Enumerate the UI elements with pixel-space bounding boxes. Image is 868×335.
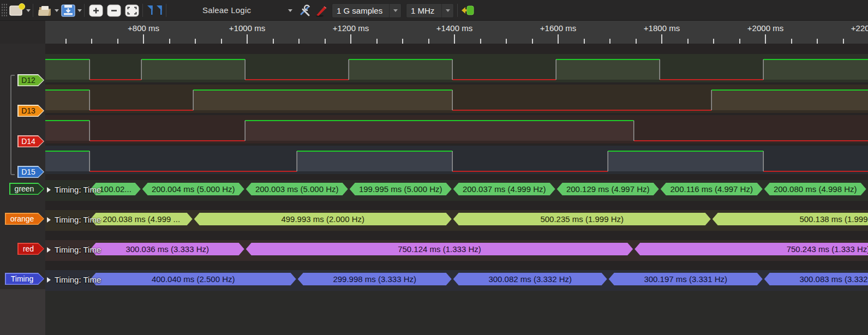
channel-row-D12[interactable] <box>45 54 868 82</box>
ruler-label: +1800 ms <box>644 23 680 33</box>
ruler-label: +1200 ms <box>333 23 369 33</box>
waveform-D13[interactable] <box>45 85 868 113</box>
channel-tag-D13[interactable]: D13 <box>17 105 44 117</box>
analyzer-row-Timing[interactable]: 400.040 ms (2.500 Hz)299.998 ms (3.333 H… <box>45 270 868 291</box>
toolbar-separator <box>142 4 143 17</box>
ruler-minor-tick <box>480 39 481 44</box>
timing-annotation[interactable]: 200.116 ms (4.997 Hz) <box>661 183 763 195</box>
waveform-track-area[interactable]: 100.02...200.004 ms (5.000 Hz)200.003 ms… <box>45 44 868 335</box>
ruler-major-tick <box>558 34 559 44</box>
ruler-major-tick <box>454 34 455 44</box>
timing-marker-flag-icon[interactable] <box>155 4 163 17</box>
timing-annotation[interactable]: 100.02... <box>91 183 141 195</box>
ruler-minor-tick <box>428 39 429 44</box>
title-dropdown-caret[interactable] <box>288 9 292 12</box>
timing-annotation[interactable]: 300.082 ms (3.332 Hz) <box>453 273 607 285</box>
sample-rate-caret <box>441 4 453 17</box>
analyzer-tag-red[interactable]: red <box>17 243 44 255</box>
ruler-label: +2000 ms <box>747 23 783 33</box>
timing-annotation[interactable]: 200.080 ms (4.998 Hz) <box>764 183 866 195</box>
ruler-label: +1400 ms <box>436 23 472 33</box>
ruler-minor-tick <box>791 39 792 44</box>
ruler-major-tick <box>247 34 248 44</box>
analyzer-tag-green-label: green <box>10 184 44 194</box>
new-capture-icon[interactable] <box>9 3 25 18</box>
timing-annotation[interactable]: 200.037 ms (4.999 Hz) <box>453 183 555 195</box>
analyzer-tag-Timing[interactable]: Timing <box>5 273 44 285</box>
channel-tag-D15[interactable]: D15 <box>17 166 44 178</box>
analyzer-row-green[interactable]: 100.02...200.004 ms (5.000 Hz)200.003 ms… <box>45 180 868 201</box>
toolbar-separator <box>166 4 166 17</box>
timing-annotation[interactable]: 200.004 ms (5.000 Hz) <box>142 183 244 195</box>
ruler-major-tick <box>350 34 351 44</box>
channel-tag-D12[interactable]: D12 <box>17 74 44 86</box>
timing-annotation[interactable]: 300.036 ms (3.333 Hz) <box>91 243 244 255</box>
analyzer-row-red[interactable]: 300.036 ms (3.333 Hz)750.124 ms (1.333 H… <box>45 240 868 261</box>
timing-annotation[interactable]: 300.197 ms (3.331 Hz) <box>609 273 763 285</box>
options-tools-icon[interactable] <box>297 3 313 18</box>
ruler-major-tick <box>765 34 766 44</box>
ruler-minor-tick <box>584 39 585 44</box>
ruler-minor-tick <box>739 39 740 44</box>
timing-annotation[interactable]: 299.998 ms (3.333 Hz) <box>298 273 452 285</box>
ruler-corner <box>0 21 45 44</box>
toolbar-separator <box>84 4 85 17</box>
ruler-major-tick <box>143 34 144 44</box>
sample-count-dropdown[interactable]: 1 G samples <box>332 3 402 18</box>
ruler-label: +800 ms <box>128 23 159 33</box>
timing-annotation[interactable]: 199.995 ms (5.000 Hz) <box>350 183 452 195</box>
sample-rate-value: 1 MHz <box>406 6 441 15</box>
timing-annotation[interactable]: 500.138 ms (1.999 Hz) <box>713 213 868 225</box>
analyzer-tag-green[interactable]: green <box>9 183 44 195</box>
timing-annotation[interactable]: 499.993 ms (2.000 Hz) <box>194 213 452 225</box>
expand-arrow-icon[interactable] <box>47 217 51 223</box>
save-dropdown-caret[interactable] <box>77 9 82 12</box>
timing-annotation[interactable]: 300.083 ms (3.332 Hz) <box>764 273 868 285</box>
ruler-major-tick <box>661 34 662 44</box>
probe-tool-icon[interactable] <box>315 4 329 18</box>
analyzer-tag-red-label: red <box>19 244 44 254</box>
analyzer-tag-orange[interactable]: orange <box>5 213 44 225</box>
timing-annotation[interactable]: 750.243 ms (1.333 Hz) <box>634 243 868 255</box>
toolbar-grip-handle[interactable] <box>1 3 8 17</box>
timeline-ruler[interactable]: +800 ms+1000 ms+1200 ms+1400 ms+1600 ms+… <box>45 21 868 44</box>
expand-arrow-icon[interactable] <box>47 277 51 283</box>
analyzer-row-orange[interactable]: 200.038 ms (4.999 ...499.993 ms (2.000 H… <box>45 210 868 231</box>
new-capture-dropdown-caret[interactable] <box>26 9 31 12</box>
zoom-in-button[interactable] <box>89 4 103 17</box>
toolbar: Saleae Logic 1 G samples 1 MHz <box>0 0 868 21</box>
timing-marker-flag-icon[interactable] <box>146 4 154 17</box>
timing-annotation[interactable]: 400.040 ms (2.500 Hz) <box>91 273 296 285</box>
sample-rate-dropdown[interactable]: 1 MHz <box>406 3 454 18</box>
timing-annotation[interactable]: 200.038 ms (4.999 ... <box>91 213 193 225</box>
waveform-D15[interactable] <box>45 146 868 174</box>
save-icon[interactable] <box>60 3 76 18</box>
ruler-minor-tick <box>195 39 196 44</box>
ruler-label: +2200 ms <box>851 23 868 33</box>
open-file-icon[interactable] <box>37 3 53 18</box>
expand-arrow-icon[interactable] <box>47 187 51 193</box>
channel-tag-D14[interactable]: D14 <box>17 135 44 147</box>
channel-tag-D14-label: D14 <box>19 136 44 147</box>
open-file-dropdown-caret[interactable] <box>55 9 59 12</box>
waveform-D12[interactable] <box>45 54 868 82</box>
channel-row-D13[interactable] <box>45 85 868 113</box>
zoom-out-button[interactable] <box>107 4 121 17</box>
channel-group-bracket <box>10 75 15 175</box>
channel-row-D14[interactable] <box>45 115 868 143</box>
timing-annotation[interactable]: 200.003 ms (5.000 Hz) <box>246 183 348 195</box>
timing-annotation[interactable]: 200.129 ms (4.997 Hz) <box>557 183 659 195</box>
channel-sidebar: D12D13D14D15greenorangeredTiming <box>0 44 45 335</box>
channel-row-D15[interactable] <box>45 146 868 174</box>
timing-annotation[interactable]: 750.124 ms (1.333 Hz) <box>246 243 633 255</box>
expand-arrow-icon[interactable] <box>47 247 51 253</box>
ruler-minor-tick <box>221 39 222 44</box>
ruler-minor-tick <box>402 39 403 44</box>
toolbar-separator <box>33 4 33 17</box>
sample-count-caret <box>389 4 401 17</box>
analyzer-tag-orange-label: orange <box>6 214 44 224</box>
waveform-D14[interactable] <box>45 115 868 143</box>
timing-annotation[interactable]: 500.235 ms (1.999 Hz) <box>453 213 711 225</box>
device-connected-icon[interactable] <box>460 4 475 16</box>
zoom-fit-button[interactable] <box>125 4 139 17</box>
